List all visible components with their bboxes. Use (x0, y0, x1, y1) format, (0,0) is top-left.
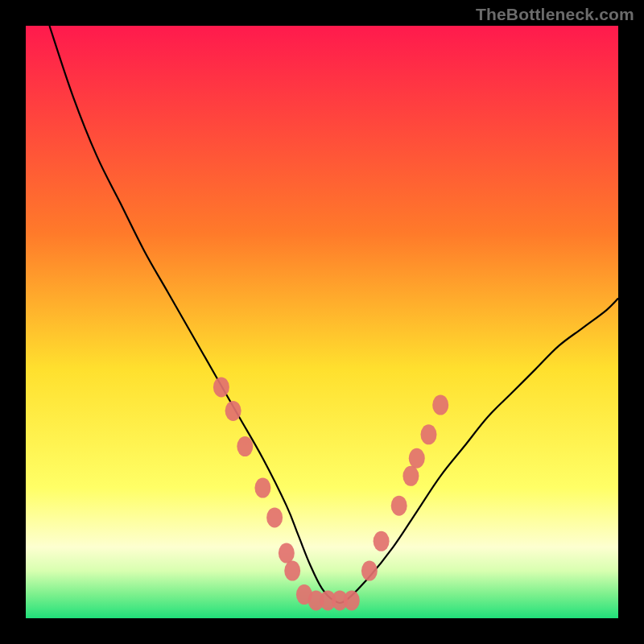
marker-point (344, 590, 360, 610)
marker-point (213, 377, 229, 397)
gradient-background (26, 26, 618, 618)
marker-point (266, 507, 283, 527)
marker-point (225, 401, 242, 421)
marker-point (279, 543, 295, 564)
marker-point (432, 395, 448, 415)
marker-point (237, 436, 253, 456)
marker-point (420, 424, 436, 444)
marker-point (361, 561, 378, 581)
marker-point (284, 561, 300, 581)
chart-frame: TheBottleneck.com (0, 0, 644, 644)
marker-point (374, 531, 390, 551)
watermark-text: TheBottleneck.com (476, 5, 634, 24)
marker-point (391, 496, 407, 516)
marker-point (402, 466, 419, 486)
plot-area (26, 26, 618, 618)
marker-point (409, 448, 425, 469)
marker-point (254, 478, 270, 498)
chart-svg (26, 26, 618, 618)
